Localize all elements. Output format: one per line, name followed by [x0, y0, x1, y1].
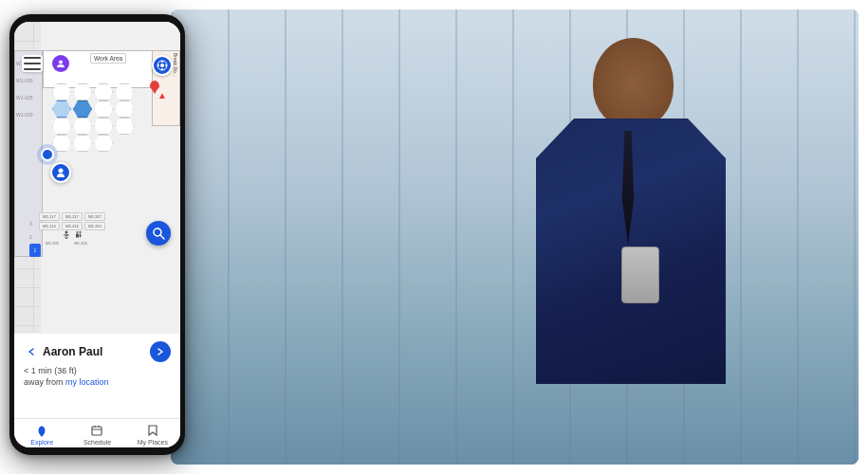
nav-item-schedule[interactable]: Schedule [69, 423, 124, 446]
person-head [593, 38, 674, 128]
hex-cell-highlighted [52, 100, 71, 118]
ws-label-w1215: W1-215 [62, 222, 83, 230]
person-name: Aaron Paul [43, 345, 150, 358]
ws-label-w1317: W1-317 [84, 212, 105, 221]
bottom-ws-labels: W1-005 W1-105 [39, 241, 94, 246]
svg-line-12 [66, 237, 68, 239]
floor-label-w1020: W1-020 [16, 106, 33, 123]
floor-label-w1030: W1-030 [16, 72, 33, 89]
map-area[interactable]: Work Area Break Ro... W1-035 W1-030 W1-0… [14, 22, 180, 333]
amenity-icons [62, 230, 83, 240]
bottom-navigation: Explore Schedule [14, 418, 180, 447]
compass-svg [156, 59, 169, 72]
hex-cell-selected [73, 100, 92, 118]
hex-cell [52, 83, 71, 100]
hex-cell [94, 118, 113, 135]
hex-cell [73, 135, 92, 152]
ws-label-w1115: W1-115 [39, 222, 60, 230]
hex-row-4 [52, 135, 113, 152]
search-button[interactable] [146, 221, 171, 246]
phone-screen: Work Area Break Ro... W1-035 W1-030 W1-0… [14, 22, 180, 447]
explore-label: Explore [30, 439, 53, 446]
hex-row-1 [52, 83, 134, 100]
restroom-icon [74, 230, 83, 240]
person-pin-icon [55, 167, 66, 178]
hex-cell [94, 100, 113, 118]
work-area-label: Work Area [90, 53, 126, 64]
schedule-icon [89, 423, 104, 438]
hex-cell [73, 118, 92, 135]
svg-point-1 [59, 61, 63, 64]
ws-label-w1005: W1-005 [39, 241, 65, 246]
person-pin[interactable] [50, 162, 71, 183]
svg-point-13 [77, 231, 79, 233]
nav-item-myplaces[interactable]: My Places [125, 423, 180, 446]
forward-arrow-icon [155, 346, 166, 357]
svg-point-14 [80, 231, 82, 233]
person-figure [517, 28, 783, 446]
person-pin-circle [50, 162, 71, 183]
menu-line [24, 57, 41, 59]
user-svg [56, 59, 65, 68]
ws-label-w1217: W1-217 [62, 212, 83, 221]
svg-point-0 [59, 169, 64, 173]
hex-row-2 [52, 100, 134, 118]
info-panel: Aaron Paul < 1 min (36 ft) away from my … [14, 333, 180, 418]
hamburger-menu[interactable] [22, 55, 43, 72]
hex-cell [52, 118, 71, 135]
phone-device: Work Area Break Ro... W1-035 W1-030 W1-0… [9, 14, 185, 455]
ws-label-w1105: W1-105 [67, 241, 94, 246]
floor-label-w1025: W1-025 [16, 89, 33, 106]
ws-label-row-1: W1-117 W1-217 W1-317 [39, 212, 105, 221]
distance-text: < 1 min (36 ft) [24, 366, 171, 375]
red-pin-circle [150, 81, 159, 90]
forward-button[interactable] [150, 341, 171, 362]
svg-point-8 [65, 231, 68, 234]
ws-label-row-2: W1-115 W1-215 W1-315 [39, 222, 105, 230]
schedule-label: Schedule [83, 439, 111, 446]
break-room-label: Break Ro... [173, 53, 178, 77]
current-location-dot [41, 148, 54, 161]
hex-cell [94, 135, 113, 152]
hex-cell [115, 83, 134, 100]
svg-line-19 [160, 235, 164, 239]
menu-line [24, 68, 41, 70]
hex-cell [73, 83, 92, 100]
location-link[interactable]: my location [65, 377, 109, 387]
ws-label-w1315: W1-315 [84, 222, 105, 230]
nav-item-explore[interactable]: Explore [14, 423, 69, 446]
number-label-1-active: 1 [29, 244, 41, 257]
workstation-labels: W1-117 W1-217 W1-317 W1-115 W1-215 W1-31… [39, 212, 105, 230]
hex-cell [94, 83, 113, 100]
info-header: Aaron Paul [24, 341, 171, 362]
myplaces-label: My Places [138, 439, 168, 446]
bookmark-nav-icon [146, 424, 159, 437]
up-arrow-icon: ▲ [157, 90, 167, 100]
location-nav-icon [35, 424, 48, 437]
myplaces-icon [145, 423, 160, 438]
away-text: away from [24, 377, 64, 387]
explore-icon [34, 423, 49, 438]
location-text: away from my location [24, 377, 171, 387]
accessibility-icon [62, 230, 71, 240]
hex-cell [115, 118, 134, 135]
person-phone-prop [621, 246, 659, 303]
ws-label-w1117: W1-117 [39, 212, 60, 221]
hex-cell [52, 135, 71, 152]
svg-rect-15 [76, 234, 79, 238]
hex-cell [115, 100, 134, 118]
gps-compass-icon[interactable] [152, 55, 173, 76]
purple-user-icon[interactable] [52, 55, 69, 72]
background-photo [171, 9, 859, 465]
back-button[interactable] [24, 344, 39, 359]
svg-point-3 [160, 64, 164, 67]
menu-line [24, 63, 41, 64]
search-icon [152, 227, 165, 240]
calendar-nav-icon [90, 424, 103, 437]
svg-rect-21 [92, 427, 102, 435]
hex-row-3 [52, 118, 134, 135]
back-arrow-icon [27, 347, 36, 356]
